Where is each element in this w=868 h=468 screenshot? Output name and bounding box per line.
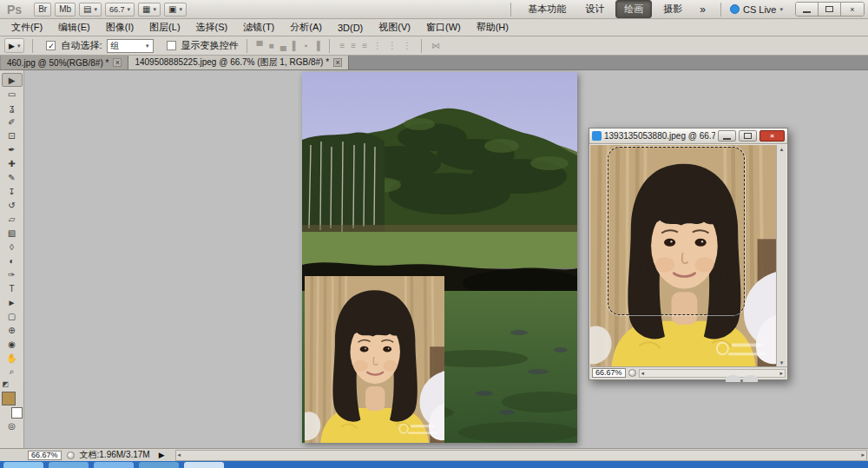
move-tool[interactable]: ▶: [2, 73, 23, 87]
menu-window[interactable]: 窗口(W): [418, 18, 469, 36]
eraser-tool[interactable]: ▱: [2, 212, 23, 226]
minimize-button[interactable]: [718, 130, 736, 142]
taskbar-button[interactable]: [94, 462, 134, 468]
3d-orbit-tool[interactable]: ◉: [2, 337, 23, 351]
menu-help[interactable]: 帮助(H): [469, 18, 516, 36]
align-bottom-edges-icon[interactable]: ▄: [279, 41, 288, 50]
menu-layer[interactable]: 图层(L): [141, 18, 187, 36]
distribute-horizontal-centers-icon[interactable]: ⋮: [386, 41, 398, 50]
horizontal-scrollbar[interactable]: ◂ ▸: [639, 369, 786, 378]
distribute-left-edges-icon[interactable]: ⋮: [372, 41, 384, 50]
crop-tool[interactable]: ⊡: [2, 129, 23, 142]
clone-stamp-tool[interactable]: ↧: [2, 184, 23, 198]
workspace-design[interactable]: 设计: [577, 1, 612, 17]
foreground-color-swatch[interactable]: [2, 392, 16, 405]
close-button[interactable]: ×: [841, 3, 864, 16]
spot-healing-brush-tool[interactable]: ✚: [2, 156, 23, 170]
zoom-level-button[interactable]: 66.7▾: [105, 3, 135, 16]
menu-select[interactable]: 选择(S): [188, 18, 236, 36]
menu-analysis[interactable]: 分析(A): [282, 18, 330, 36]
scroll-right-icon[interactable]: ▸: [779, 370, 783, 377]
auto-select-checkbox[interactable]: ✓: [46, 41, 56, 50]
pasted-girl-layer[interactable]: [305, 276, 444, 443]
menu-view[interactable]: 视图(V): [371, 18, 418, 36]
auto-align-layers-icon[interactable]: ⋈: [430, 41, 442, 50]
rectangular-marquee-tool[interactable]: ▭: [2, 87, 23, 101]
mini-bridge-button[interactable]: Mb: [55, 3, 76, 16]
horizontal-scrollbar[interactable]: ◂ ▸: [175, 450, 867, 461]
workspace-overflow-button[interactable]: »: [700, 3, 706, 16]
align-top-edges-icon[interactable]: ▀: [255, 41, 265, 50]
minimize-icon: [723, 138, 731, 140]
eyedropper-tool[interactable]: ✒: [2, 142, 23, 156]
blur-tool[interactable]: ◊: [2, 240, 23, 254]
history-brush-tool[interactable]: ↺: [2, 198, 23, 212]
menu-3d[interactable]: 3D(D): [330, 20, 371, 36]
restore-button[interactable]: [819, 3, 841, 16]
taskbar-button[interactable]: [49, 462, 89, 468]
type-tool[interactable]: T: [2, 281, 23, 295]
zoom-field[interactable]: 66.67%: [28, 451, 62, 460]
vertical-scrollbar[interactable]: ▴ ▾: [776, 145, 786, 367]
scroll-down-icon[interactable]: ▾: [780, 359, 784, 366]
scroll-right-icon[interactable]: ▸: [861, 452, 865, 458]
scroll-left-icon[interactable]: ◂: [178, 452, 181, 458]
align-vertical-centers-icon[interactable]: ■: [267, 41, 276, 50]
menu-file[interactable]: 文件(F): [3, 18, 50, 36]
rectangle-tool[interactable]: ▢: [2, 309, 23, 323]
distribute-vertical-centers-icon[interactable]: ≡: [349, 41, 358, 50]
hand-tool[interactable]: ✋: [2, 351, 23, 365]
taskbar-button[interactable]: [3, 462, 43, 468]
document-canvas[interactable]: [302, 72, 577, 443]
quick-selection-tool[interactable]: ✐: [2, 115, 23, 129]
gradient-tool[interactable]: ▧: [2, 226, 23, 240]
menu-image[interactable]: 图像(I): [98, 18, 141, 36]
path-selection-tool[interactable]: ►: [2, 295, 23, 309]
distribute-right-edges-icon[interactable]: ⋮: [401, 41, 413, 50]
background-color-swatch[interactable]: [11, 407, 23, 419]
lasso-tool[interactable]: ʓ: [2, 101, 23, 115]
windows-taskbar[interactable]: [0, 461, 868, 468]
brush-tool[interactable]: ✎: [2, 170, 23, 184]
workspace-painting[interactable]: 绘画: [615, 0, 652, 18]
align-horizontal-centers-icon[interactable]: ▪: [303, 41, 310, 50]
maximize-button[interactable]: [739, 130, 757, 142]
zoom-field[interactable]: 66.67%: [592, 368, 626, 378]
close-button[interactable]: ×: [760, 130, 785, 142]
pen-tool[interactable]: ✑: [2, 267, 23, 281]
menu-edit[interactable]: 编辑(E): [50, 18, 98, 36]
menu-filter[interactable]: 滤镜(T): [235, 18, 282, 36]
tab-460-jpg[interactable]: 460.jpg @ 50%(RGB/8#) * ×: [1, 56, 128, 69]
align-left-edges-icon[interactable]: ▌: [291, 41, 300, 50]
view-extras-button[interactable]: ▤▾: [79, 3, 102, 16]
tab-1409508885225-jpeg[interactable]: 1409508885225.jpeg @ 66.7% (图层 1, RGB/8#…: [128, 56, 349, 69]
3d-rotate-tool[interactable]: ⊕: [2, 323, 23, 337]
auto-select-dropdown[interactable]: 组▾: [107, 39, 154, 53]
cs-live-button[interactable]: CS Live ▾: [730, 4, 783, 15]
arrange-documents-button[interactable]: ▦▾: [138, 3, 161, 16]
minimize-button[interactable]: [796, 3, 819, 16]
tab-close-icon[interactable]: ×: [333, 58, 342, 67]
bridge-button[interactable]: Br: [34, 3, 51, 16]
taskbar-button[interactable]: [139, 462, 179, 468]
taskbar-button[interactable]: [184, 462, 224, 468]
default-colors-icon[interactable]: ◩: [3, 380, 10, 388]
zoom-tool[interactable]: ⌕: [2, 365, 23, 379]
show-transform-checkbox[interactable]: [167, 41, 176, 50]
floating-document-window[interactable]: 1393135053880.jpeg @ 66.7%(... × ▴ ▾ 66.…: [589, 128, 788, 380]
status-menu-arrow-icon[interactable]: ▶: [159, 451, 165, 459]
tool-preset-button[interactable]: ▶▾: [4, 38, 24, 53]
distribute-top-edges-icon[interactable]: ≡: [338, 41, 346, 50]
girl-photo[interactable]: [590, 145, 777, 367]
quick-mask-button[interactable]: ◎: [2, 419, 23, 432]
scroll-left-icon[interactable]: ◂: [641, 370, 645, 377]
align-right-edges-icon[interactable]: ▐: [312, 41, 321, 50]
workspace-essentials[interactable]: 基本功能: [520, 1, 574, 17]
tab-close-icon[interactable]: ×: [113, 58, 122, 67]
screen-mode-button[interactable]: ▣▾: [164, 3, 187, 16]
floating-window-title-bar[interactable]: 1393135053880.jpeg @ 66.7%(... ×: [589, 129, 787, 144]
dodge-tool[interactable]: ◐: [2, 254, 23, 267]
workspace-photography[interactable]: 摄影: [655, 1, 690, 17]
distribute-bottom-edges-icon[interactable]: ≡: [360, 41, 369, 50]
scroll-up-icon[interactable]: ▴: [780, 146, 784, 153]
